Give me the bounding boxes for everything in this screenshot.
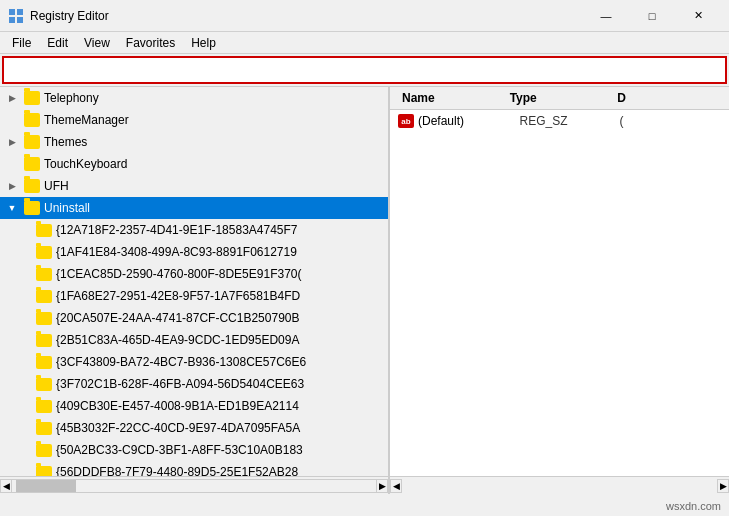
watermark: wsxdn.com (666, 500, 721, 512)
folder-icon-telephony (24, 91, 40, 105)
svg-rect-2 (9, 17, 15, 23)
menu-file[interactable]: File (4, 34, 39, 52)
sub-label-11: {56DDDFB8-7F79-4480-89D5-25E1F52AB28 (56, 465, 298, 476)
sub-label-5: {2B51C83A-465D-4EA9-9CDC-1ED95ED09A (56, 333, 299, 347)
right-header: Name Type D (390, 87, 729, 110)
sub-label-8: {409CB30E-E457-4008-9B1A-ED1B9EA2114 (56, 399, 299, 413)
right-row-data: ( (620, 114, 722, 128)
title-bar: Registry Editor — □ ✕ (0, 0, 729, 32)
table-row[interactable]: ab (Default) REG_SZ ( (390, 110, 729, 132)
reg-value-icon: ab (398, 114, 414, 128)
expand-ufh[interactable]: ▶ (4, 178, 20, 194)
small-folder-4 (36, 312, 52, 325)
right-content: ab (Default) REG_SZ ( (390, 110, 729, 476)
folder-icon-uninstall (24, 201, 40, 215)
window-title: Registry Editor (30, 9, 583, 23)
address-input[interactable]: Computer\HKEY_LOCAL_MACHINE\SOFTWARE\Mic… (8, 63, 721, 77)
sub-item-8[interactable]: {409CB30E-E457-4008-9B1A-ED1B9EA2114 (0, 395, 388, 417)
hscroll-left[interactable]: ◀ (0, 479, 12, 493)
sub-label-0: {12A718F2-2357-4D41-9E1F-18583A4745F7 (56, 223, 298, 237)
sub-item-9[interactable]: {45B3032F-22CC-40CD-9E97-4DA7095FA5A (0, 417, 388, 439)
sub-label-6: {3CF43809-BA72-4BC7-B936-1308CE57C6E6 (56, 355, 306, 369)
tree-label-themes: Themes (44, 135, 87, 149)
sub-label-7: {3F702C1B-628F-46FB-A094-56D5404CEE63 (56, 377, 304, 391)
menu-edit[interactable]: Edit (39, 34, 76, 52)
folder-icon-thememanager (24, 113, 40, 127)
folder-icon-themes (24, 135, 40, 149)
small-folder-3 (36, 290, 52, 303)
expand-uninstall[interactable]: ▼ (4, 200, 20, 216)
sub-item-5[interactable]: {2B51C83A-465D-4EA9-9CDC-1ED95ED09A (0, 329, 388, 351)
sub-label-4: {20CA507E-24AA-4741-87CF-CC1B250790B (56, 311, 300, 325)
svg-rect-3 (17, 17, 23, 23)
sub-item-3[interactable]: {1FA68E27-2951-42E8-9F57-1A7F6581B4FD (0, 285, 388, 307)
small-folder-6 (36, 356, 52, 369)
expand-themes[interactable]: ▶ (4, 134, 20, 150)
hscroll-thumb[interactable] (16, 480, 76, 492)
small-folder-2 (36, 268, 52, 281)
col-name: Name (398, 89, 506, 107)
small-folder-0 (36, 224, 52, 237)
small-folder-7 (36, 378, 52, 391)
address-bar: Computer\HKEY_LOCAL_MACHINE\SOFTWARE\Mic… (2, 56, 727, 84)
tree-item-touchkeyboard[interactable]: TouchKeyboard (0, 153, 388, 175)
folder-icon-touchkeyboard (24, 157, 40, 171)
hscroll-right[interactable]: ▶ (376, 479, 388, 493)
small-folder-8 (36, 400, 52, 413)
sub-item-1[interactable]: {1AF41E84-3408-499A-8C93-8891F0612719 (0, 241, 388, 263)
tree-label-telephony: Telephony (44, 91, 99, 105)
right-hscroll[interactable]: ◀ ▶ (390, 476, 729, 494)
hscroll-track (12, 479, 376, 493)
small-folder-9 (36, 422, 52, 435)
sub-item-6[interactable]: {3CF43809-BA72-4BC7-B936-1308CE57C6E6 (0, 351, 388, 373)
expand-telephony[interactable]: ▶ (4, 90, 20, 106)
tree-item-telephony[interactable]: ▶ Telephony (0, 87, 388, 109)
svg-rect-0 (9, 9, 15, 15)
expand-thememanager[interactable] (4, 112, 20, 128)
sub-item-10[interactable]: {50A2BC33-C9CD-3BF1-A8FF-53C10A0B183 (0, 439, 388, 461)
sub-label-2: {1CEAC85D-2590-4760-800F-8DE5E91F370( (56, 267, 301, 281)
col-data: D (613, 89, 721, 107)
col-type: Type (506, 89, 614, 107)
right-hscroll-track (402, 479, 717, 493)
tree-pane-wrapper: ▶ Telephony ThemeManager ▶ Themes TouchK… (0, 87, 390, 494)
main-content: ▶ Telephony ThemeManager ▶ Themes TouchK… (0, 86, 729, 494)
tree-item-uninstall[interactable]: ▼ Uninstall (0, 197, 388, 219)
app-icon (8, 8, 24, 24)
tree-item-thememanager[interactable]: ThemeManager (0, 109, 388, 131)
sub-label-10: {50A2BC33-C9CD-3BF1-A8FF-53C10A0B183 (56, 443, 303, 457)
tree-item-ufh[interactable]: ▶ UFH (0, 175, 388, 197)
sub-label-3: {1FA68E27-2951-42E8-9F57-1A7F6581B4FD (56, 289, 300, 303)
svg-rect-1 (17, 9, 23, 15)
tree-label-uninstall: Uninstall (44, 201, 90, 215)
folder-icon-ufh (24, 179, 40, 193)
right-hscroll-left[interactable]: ◀ (390, 479, 402, 493)
right-row-name: (Default) (418, 114, 520, 128)
sub-item-11[interactable]: {56DDDFB8-7F79-4480-89D5-25E1F52AB28 (0, 461, 388, 476)
small-folder-5 (36, 334, 52, 347)
tree-item-themes[interactable]: ▶ Themes (0, 131, 388, 153)
sub-item-0[interactable]: {12A718F2-2357-4D41-9E1F-18583A4745F7 (0, 219, 388, 241)
tree-hscroll[interactable]: ◀ ▶ (0, 476, 388, 494)
maximize-button[interactable]: □ (629, 0, 675, 32)
expand-touchkeyboard[interactable] (4, 156, 20, 172)
small-folder-11 (36, 466, 52, 477)
sub-item-7[interactable]: {3F702C1B-628F-46FB-A094-56D5404CEE63 (0, 373, 388, 395)
menu-view[interactable]: View (76, 34, 118, 52)
sub-item-4[interactable]: {20CA507E-24AA-4741-87CF-CC1B250790B (0, 307, 388, 329)
minimize-button[interactable]: — (583, 0, 629, 32)
right-row-type: REG_SZ (520, 114, 620, 128)
menu-help[interactable]: Help (183, 34, 224, 52)
tree-label-ufh: UFH (44, 179, 69, 193)
right-pane: Name Type D ab (Default) REG_SZ ( (390, 87, 729, 476)
window-controls: — □ ✕ (583, 0, 721, 32)
sub-label-1: {1AF41E84-3408-499A-8C93-8891F0612719 (56, 245, 297, 259)
small-folder-10 (36, 444, 52, 457)
right-hscroll-right[interactable]: ▶ (717, 479, 729, 493)
tree-pane[interactable]: ▶ Telephony ThemeManager ▶ Themes TouchK… (0, 87, 388, 476)
sub-item-2[interactable]: {1CEAC85D-2590-4760-800F-8DE5E91F370( (0, 263, 388, 285)
close-button[interactable]: ✕ (675, 0, 721, 32)
small-folder-1 (36, 246, 52, 259)
sub-label-9: {45B3032F-22CC-40CD-9E97-4DA7095FA5A (56, 421, 300, 435)
menu-favorites[interactable]: Favorites (118, 34, 183, 52)
